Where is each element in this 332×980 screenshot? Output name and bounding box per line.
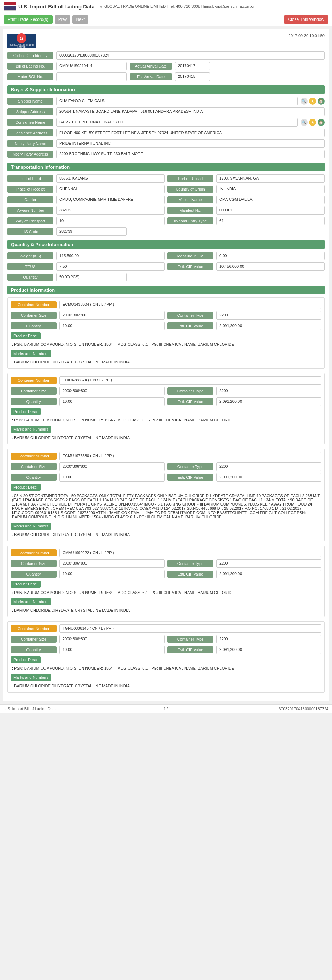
container-number-label-2: Container Number	[11, 452, 57, 460]
shipper-name-value: CHAITANYA CHEMICALS	[56, 97, 298, 105]
bill-of-lading-label: Bill of Lading No.	[8, 62, 53, 70]
teus-label: TEUS	[8, 263, 53, 270]
container-type-row-3: Container Type 2200	[168, 559, 321, 568]
container-section-1: Container Number FOIU4388574 ( CN / L / …	[8, 373, 324, 444]
port-of-load-value: 55751, KAJANG	[56, 174, 164, 183]
container-cif-row-0: Esti. CIF Value 2,091,200.00	[168, 322, 321, 330]
marks-label-4: Marks and Numbers	[11, 674, 51, 681]
shipper-address-label: Shipper Address	[8, 108, 53, 115]
container-type-label-2: Container Type	[168, 463, 213, 470]
container-size-value-0: 2000*806*800	[59, 311, 164, 320]
product-desc-section-0: Product Desc. : PSN: BARIUM COMPOUND, N.…	[11, 332, 321, 347]
container-cif-row-3: Esti. CIF Value 2,091,200.00	[168, 570, 321, 578]
next-button[interactable]: Next	[73, 15, 88, 24]
marks-label-0: Marks and Numbers	[11, 350, 51, 357]
dropdown-arrow-icon[interactable]: ▼	[99, 5, 103, 9]
product-desc-label-2: Product Desc.	[11, 484, 41, 491]
transport-row4: Voyage Number 382US Manifest No. 000001	[8, 206, 324, 217]
product-desc-text-1: : PSN: BARIUM COMPOUND, N.O.S. UN NUMBER…	[11, 418, 321, 422]
consignee-address-row: Consignee Address FLOOR 400 KELBY STREET…	[8, 129, 324, 137]
transport-row5: Way of Transport 10 In-bond Entry Type 6…	[8, 217, 324, 228]
shipper-address-row: Shipper Address 20/584-1 NAMASTE BOARD L…	[8, 108, 324, 116]
manifest-no-row: Manifest No. 000001	[168, 206, 324, 215]
marks-label-3: Marks and Numbers	[11, 598, 51, 605]
container-size-type-row-4: Container Size 2000*806*800 Container Ty…	[11, 635, 321, 646]
container-cif-label-1: Esti. CIF Value	[168, 398, 213, 405]
product-desc-label-4: Product Desc.	[11, 656, 41, 663]
container-cif-row-1: Esti. CIF Value 2,091,200.00	[168, 398, 321, 406]
container-cif-value-0: 2,091,200.00	[216, 322, 321, 330]
logo-box: G GLOBAL TRADE ONLINE LIMITED	[8, 33, 36, 48]
container-type-value-3: 2200	[216, 559, 321, 568]
search-icon[interactable]: 🔍	[300, 97, 308, 105]
place-of-receipt-label: Place of Receipt	[8, 186, 53, 192]
container-qty-value-0: 10.00	[59, 322, 164, 330]
bill-of-lading-row: Bill of Lading No. CMDUAIS0210414 Actual…	[8, 62, 324, 70]
container-qty-row-2: Quantity 10.00	[11, 473, 164, 482]
consignee-address-value: FLOOR 400 KELBY STREET FORT LEE NEW JERS…	[56, 129, 324, 137]
container-qty-cif-row-2: Quantity 10.00 Esti. CIF Value 2,091,200…	[11, 473, 321, 484]
actual-arrival-date-label: Actual Arrival Date	[130, 62, 172, 70]
container-section-3: Container Number CMAU1999222 ( CN / L / …	[8, 546, 324, 617]
container-type-row-4: Container Type 2200	[168, 635, 321, 643]
carrier-label: Carrier	[8, 196, 53, 203]
manifest-no-value: 000001	[216, 206, 324, 215]
container-number-label-0: Container Number	[11, 301, 57, 308]
container-qty-cif-row-0: Quantity 10.00 Esti. CIF Value 2,091,200…	[11, 322, 321, 332]
home-icon[interactable]: 🏠	[318, 97, 324, 105]
container-number-row-0: Container Number ECMU1438004 ( CN / L / …	[11, 301, 321, 309]
product-desc-section-4: Product Desc. : PSN: BARIUM COMPOUND, N.…	[11, 656, 321, 670]
print-button[interactable]: Print Trade Record(s)	[3, 15, 53, 24]
consignee-name-value: BASSTECH INTERNATIONAL 17TH	[56, 118, 298, 127]
teus-value: 7.50	[56, 262, 164, 271]
global-data-identity-value: 60032017041800000187324	[56, 51, 324, 60]
consignee-search-icon[interactable]: 🔍	[300, 119, 308, 126]
container-size-type-row-0: Container Size 2000*806*800 Container Ty…	[11, 311, 321, 322]
star-icon[interactable]: ★	[309, 97, 316, 105]
transport-row2: Place of Receipt CHENNAI Country of Orig…	[8, 185, 324, 196]
carrier-row: Carrier CMDU, COMPAGNIE MARITIME DAFFRE	[8, 196, 164, 204]
carrier-value: CMDU, COMPAGNIE MARITIME DAFFRE	[56, 196, 164, 204]
esti-cif-label: Esti. CIF Value	[168, 263, 213, 270]
marks-label-1: Marks and Numbers	[11, 426, 51, 433]
container-type-row-1: Container Type 2200	[168, 387, 321, 395]
container-size-row-2: Container Size 2000*806*800	[11, 463, 164, 471]
container-size-value-3: 2000*806*800	[59, 559, 164, 568]
container-number-label-4: Container Number	[11, 625, 57, 632]
container-qty-cif-row-1: Quantity 10.00 Esti. CIF Value 2,091,200…	[11, 398, 321, 408]
container-type-label-0: Container Type	[168, 312, 213, 319]
product-desc-section-2: Product Desc. . 05 X 20 ST CONTAINER TOT…	[11, 484, 321, 519]
container-qty-label-3: Quantity	[11, 571, 57, 578]
container-type-label-3: Container Type	[168, 560, 213, 567]
country-of-origin-row: Country of Origin IN, INDIA	[168, 185, 324, 193]
container-qty-value-1: 10.00	[59, 398, 164, 406]
product-desc-text-3: : PSN: BARIUM COMPOUND, N.O.S. UN NUMBER…	[11, 590, 321, 595]
container-size-value-1: 2000*806*800	[59, 387, 164, 395]
container-size-type-row-2: Container Size 2000*806*800 Container Ty…	[11, 463, 321, 473]
manifest-no-label: Manifest No.	[168, 207, 213, 214]
marks-text-2: . BARIUM CHLORIDE DIHYDRATE CRYSTALLINE …	[11, 533, 321, 537]
transportation-header: Transportation Information	[8, 162, 324, 172]
product-desc-label-3: Product Desc.	[11, 581, 41, 587]
notify-party-address-label: Notify Party Address	[8, 151, 53, 158]
product-info-header: Product Information	[8, 286, 324, 294]
close-button[interactable]: Close This Window	[284, 15, 329, 24]
quantity-row2: TEUS 7.50 Esti. CIF Value 10,456,000.00	[8, 262, 324, 273]
container-qty-label-1: Quantity	[11, 398, 57, 405]
prev-button[interactable]: Prev	[55, 15, 71, 24]
container-qty-label-4: Quantity	[11, 646, 57, 653]
container-size-label-4: Container Size	[11, 636, 57, 643]
actual-arrival-date-value: 20170417	[175, 62, 210, 70]
consignee-star-icon[interactable]: ★	[309, 119, 316, 126]
notify-party-name-value: PRIDE INTERNATIONAL INC	[56, 139, 324, 148]
master-bol-row: Mater BOL No. Esti Arrival Date 20170415	[8, 73, 324, 81]
consignee-name-label: Consignee Name	[8, 119, 53, 126]
footer-right: 60032017041800000187324	[279, 707, 329, 711]
consignee-home-icon[interactable]: 🏠	[318, 119, 324, 126]
global-data-identity-label: Global Data Identity	[8, 52, 53, 59]
consignee-address-label: Consignee Address	[8, 129, 53, 137]
way-of-transport-row: Way of Transport 10	[8, 217, 164, 225]
container-qty-value-4: 10.00	[59, 646, 164, 654]
header-row: G GLOBAL TRADE ONLINE LIMITED 2017-09-30…	[8, 33, 324, 48]
esti-cif-row: Esti. CIF Value 10,456,000.00	[168, 262, 324, 271]
